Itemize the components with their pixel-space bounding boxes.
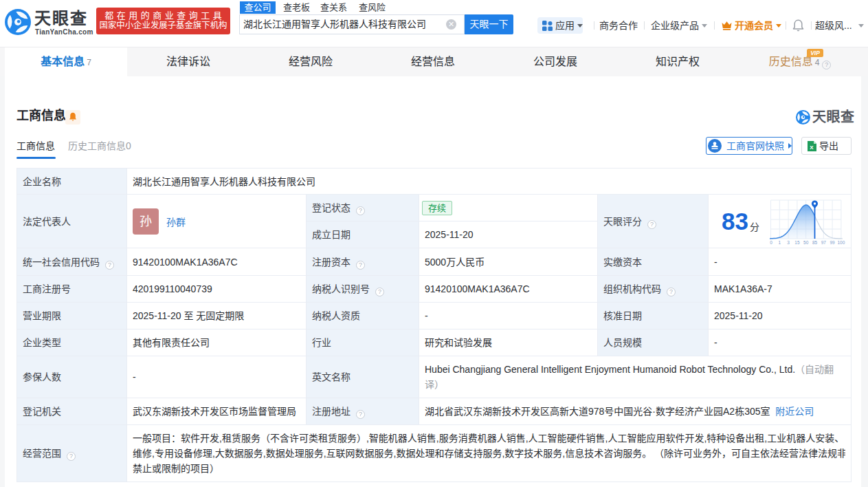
svg-text:50: 50 bbox=[803, 240, 809, 245]
svg-text:15: 15 bbox=[794, 240, 800, 245]
svg-text:99: 99 bbox=[830, 240, 835, 245]
svg-text:100: 100 bbox=[837, 240, 845, 245]
svg-text:3: 3 bbox=[787, 240, 790, 245]
svg-text:X: X bbox=[810, 144, 814, 151]
svg-text:97: 97 bbox=[821, 240, 827, 245]
svg-text:1: 1 bbox=[778, 240, 781, 245]
svg-text:0: 0 bbox=[770, 240, 772, 245]
svg-text:85: 85 bbox=[812, 240, 818, 245]
